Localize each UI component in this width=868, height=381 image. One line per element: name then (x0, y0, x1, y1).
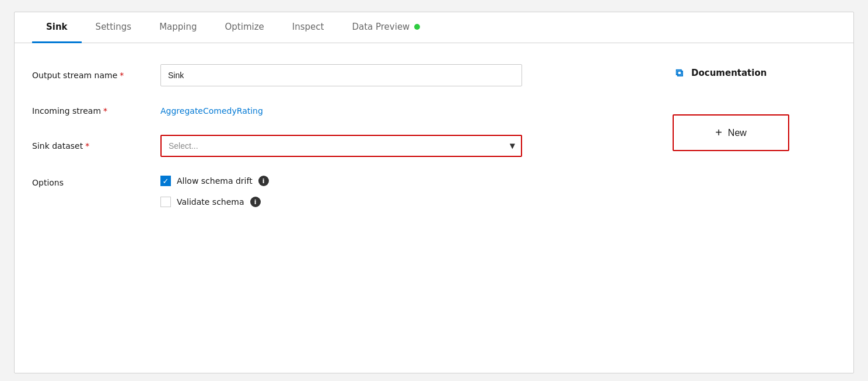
incoming-stream-value-wrapper: AggregateComedyRating (160, 105, 649, 116)
incoming-stream-label: Incoming stream * (32, 106, 160, 116)
validate-schema-row: Validate schema i (160, 197, 269, 207)
options-label: Options (32, 176, 160, 187)
documentation-link[interactable]: ⧉ Documentation (673, 67, 836, 79)
sink-dataset-dropdown-wrapper: Select... ▼ (160, 135, 522, 157)
allow-schema-drift-row: ✓ Allow schema drift i (160, 176, 269, 186)
main-panel: Sink Settings Mapping Optimize Inspect D… (14, 12, 854, 373)
tab-data-preview[interactable]: Data Preview (338, 12, 434, 43)
tab-bar: Sink Settings Mapping Optimize Inspect D… (15, 12, 853, 43)
checkmark-icon: ✓ (163, 177, 169, 185)
sink-dataset-required: * (85, 141, 89, 151)
output-stream-row: Output stream name * (32, 64, 649, 86)
sink-dataset-row: Sink dataset * Select... ▼ (32, 135, 649, 157)
validate-schema-info-icon[interactable]: i (250, 197, 261, 207)
external-link-icon: ⧉ (673, 67, 685, 79)
output-stream-input[interactable] (160, 64, 522, 86)
new-button[interactable]: + New (673, 114, 789, 151)
tab-settings[interactable]: Settings (82, 12, 146, 43)
incoming-stream-link[interactable]: AggregateComedyRating (160, 106, 263, 116)
plus-icon: + (715, 126, 722, 139)
output-stream-required: * (120, 71, 124, 80)
tab-inspect[interactable]: Inspect (278, 12, 338, 43)
allow-schema-drift-info-icon[interactable]: i (258, 176, 269, 186)
tab-mapping[interactable]: Mapping (145, 12, 211, 43)
sink-dataset-label: Sink dataset * (32, 141, 160, 151)
form-section: Output stream name * Incoming stream * A… (32, 64, 649, 226)
output-stream-input-wrapper (160, 64, 649, 86)
side-panel: ⧉ Documentation + New (673, 64, 836, 226)
tab-sink[interactable]: Sink (32, 12, 82, 43)
tab-optimize[interactable]: Optimize (211, 12, 278, 43)
options-controls: ✓ Allow schema drift i Validate schema i (160, 176, 269, 207)
incoming-stream-row: Incoming stream * AggregateComedyRating (32, 105, 649, 116)
sink-dataset-select-wrapper: Select... ▼ (160, 135, 649, 157)
output-stream-label: Output stream name * (32, 71, 160, 80)
options-row: Options ✓ Allow schema drift i Val (32, 176, 649, 207)
allow-schema-drift-label[interactable]: Allow schema drift (177, 176, 253, 186)
sink-dataset-dropdown[interactable]: Select... (160, 135, 522, 157)
allow-schema-drift-checkbox[interactable]: ✓ (160, 176, 171, 186)
content-area: Output stream name * Incoming stream * A… (15, 43, 853, 247)
incoming-stream-required: * (103, 106, 107, 116)
data-preview-status-dot (414, 24, 420, 30)
validate-schema-checkbox[interactable] (160, 197, 171, 207)
validate-schema-label[interactable]: Validate schema (177, 197, 244, 207)
